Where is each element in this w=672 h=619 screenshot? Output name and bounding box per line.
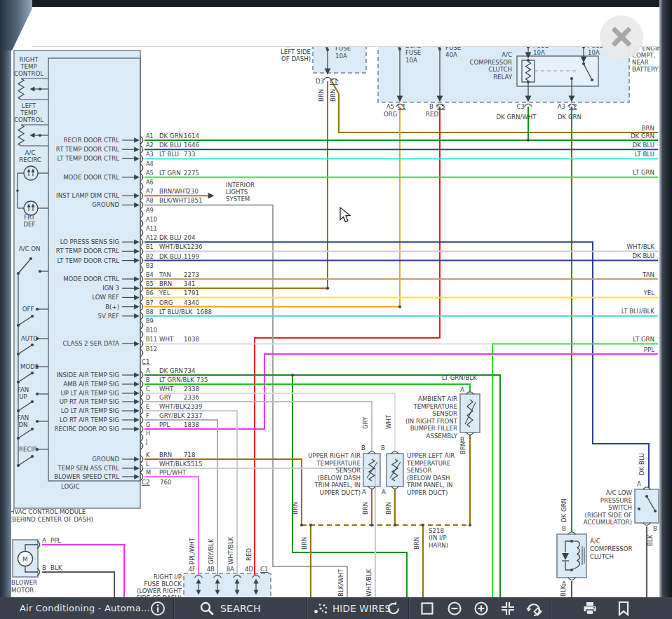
- diagram-label: MODE DOOR CTRL: [63, 276, 119, 283]
- page-edge-left: [0, 0, 11, 619]
- diagram-label: AMB AIR TEMP SIG: [63, 381, 119, 388]
- print-button[interactable]: [582, 597, 598, 619]
- diagram-label: WHT/BLK: [627, 243, 655, 250]
- diagram-label: B10: [146, 327, 157, 334]
- diagram-label: K: [146, 451, 150, 458]
- bottom-toolbar: Air Conditioning - Automa... SEARCH HIDE…: [0, 597, 672, 619]
- zoom-in-button[interactable]: [473, 597, 489, 619]
- bookmark-button[interactable]: [617, 597, 630, 619]
- diagram-label: TAN: [159, 271, 171, 278]
- diagram-label: PPL: [51, 537, 61, 544]
- app-window: { "toolbar": { "title": "Air Conditionin…: [0, 0, 672, 619]
- info-button[interactable]: [150, 597, 166, 619]
- diagram-label: RECIRC DOOR PO SIG: [55, 426, 119, 433]
- diagram-label: B: [429, 103, 434, 110]
- diagram-label: B: [146, 376, 150, 383]
- diagram-label: 4340: [184, 299, 199, 306]
- diagram-label: MOTOR: [11, 587, 34, 594]
- diagram-label: LT BLU: [635, 151, 654, 158]
- diagram-label: 204: [184, 234, 195, 241]
- diagram-label: SENSOR: [335, 467, 361, 474]
- close-button[interactable]: [600, 15, 643, 59]
- junction-dot: [527, 139, 530, 142]
- diagram-label: WHT/BLK: [365, 569, 372, 597]
- diagram-label: RIGHT I/P: [154, 573, 182, 580]
- reset-view-button[interactable]: [525, 597, 542, 619]
- diagram-label: BLK: [51, 564, 62, 571]
- diagram-label: LT BLU/BLK: [621, 308, 655, 315]
- diagram-label: AUTO: [21, 335, 38, 342]
- search-button[interactable]: SEARCH: [199, 597, 261, 619]
- diagram-label: 718: [184, 451, 195, 458]
- hide-wires-icon: [314, 601, 328, 615]
- wiring-diagram-canvas[interactable]: MA1DK GRN1614RECIR DOOR CTRLA2DK BLU1646…: [11, 47, 659, 597]
- refresh-icon: [386, 601, 401, 616]
- diagram-label: BRN: [413, 537, 420, 550]
- diagram-label: B: [361, 444, 365, 451]
- diagram-label: 10A: [588, 49, 600, 56]
- diagram-label: FAN: [18, 386, 29, 393]
- diagram-label: LT GRN: [633, 336, 654, 343]
- diagram-label: B9: [146, 318, 154, 325]
- toolbar-separator: [307, 597, 308, 619]
- diagram-label: B2: [146, 253, 154, 260]
- diagram-label: MODE DOOR CTRL: [63, 174, 119, 181]
- diagram-label: B8: [146, 308, 154, 315]
- diagram-label: B11: [146, 336, 157, 343]
- diagram-label: 2339: [187, 403, 203, 410]
- diagram-label: RT TEMP DOOR CTRL: [56, 146, 119, 153]
- diagram-label: 760: [160, 479, 171, 486]
- fit-page-button[interactable]: [420, 597, 434, 619]
- center-view-button[interactable]: [500, 597, 516, 619]
- diagram-label: BRN: [301, 537, 308, 550]
- diagram-label: DK BLU: [159, 142, 182, 149]
- diagram-label: TEMP: [20, 109, 36, 116]
- diagram-label: BRN: [330, 89, 337, 102]
- refresh-button[interactable]: [386, 597, 401, 619]
- junction-dot: [398, 306, 401, 308]
- diagram-label: COMPRESSOR: [590, 545, 632, 552]
- diagram-label: OFF: [22, 306, 34, 313]
- diagram-label: TEMP SEN ASS CTRL: [57, 465, 119, 472]
- zoom-out-button[interactable]: [447, 597, 462, 619]
- diagram-label: WHT: [159, 386, 174, 393]
- diagram-label: FRT: [24, 214, 35, 221]
- diagram-label: TRIM PANEL, IN: [406, 482, 453, 489]
- diagram-label: 2337: [187, 412, 203, 419]
- diagram-label: RELAY: [493, 74, 513, 81]
- diagram-label: BRN: [318, 89, 325, 102]
- diagram-label: AMBIENT AIR: [418, 395, 457, 402]
- diagram-label: 5V REF: [98, 313, 119, 320]
- diagram-label: DK BLU: [638, 453, 645, 475]
- diagram-label: (BELOW DASH: [318, 475, 361, 482]
- diagram-label: TEMPERATURE: [316, 460, 361, 467]
- diagram-label: A: [637, 480, 641, 487]
- diagram-label: C1: [260, 566, 268, 573]
- diagram-label: LT GRN: [633, 169, 654, 176]
- diagram-label: LIGHTS: [226, 189, 248, 196]
- diagram-label: BUMPER FILLER: [410, 425, 457, 432]
- diagram-label: 1038: [184, 336, 199, 343]
- diagram-label: GRY/BLK: [159, 412, 185, 419]
- lp-switch-box: [635, 489, 659, 523]
- diagram-label: BATTERY): [632, 66, 659, 73]
- diagram-label: B1: [146, 243, 154, 250]
- diagram-label: B7: [146, 299, 154, 306]
- diagram-title[interactable]: Air Conditioning - Automa...: [20, 597, 150, 619]
- diagram-label: DK GRN: [631, 132, 654, 140]
- diagram-label: LT BLU/BLK: [159, 308, 193, 315]
- diagram-label: 2273: [184, 271, 199, 278]
- diagram-label: 341: [184, 280, 195, 287]
- diagram-label: IGN 3: [102, 285, 119, 292]
- diagram-label: MODE: [20, 363, 39, 370]
- junction-dot: [291, 374, 294, 376]
- diagram-label: A/C ON: [19, 245, 41, 252]
- hide-wires-button[interactable]: HIDE WIRES: [314, 597, 391, 619]
- toolbar-separator: [173, 597, 175, 619]
- diagram-label: L: [146, 461, 149, 468]
- diagram-label: 8A: [227, 566, 234, 573]
- diagram-label: A: [146, 367, 150, 374]
- reset-view-icon: [525, 601, 542, 616]
- junction-dot: [469, 524, 471, 526]
- diagram-label: A6: [146, 179, 154, 186]
